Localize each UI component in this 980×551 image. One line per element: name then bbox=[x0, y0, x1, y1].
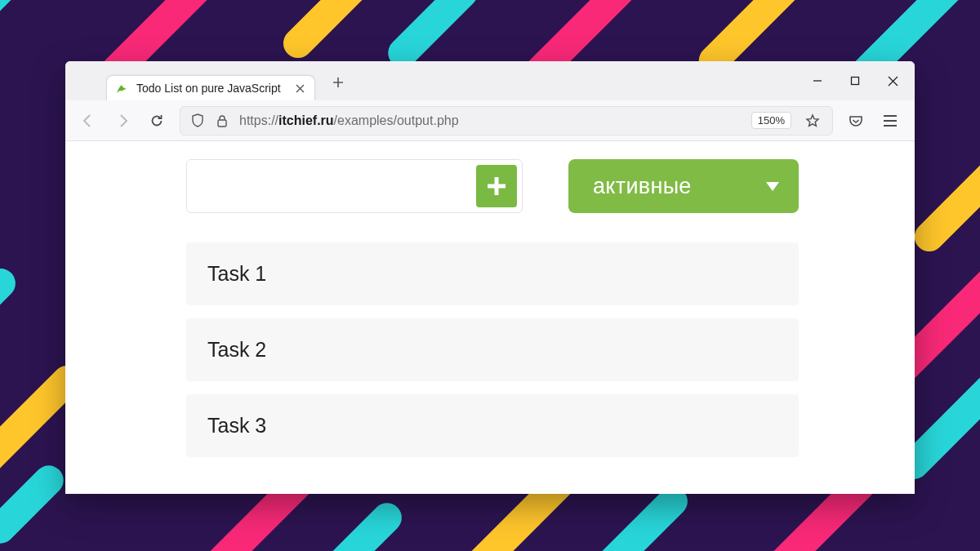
favicon-icon bbox=[115, 82, 128, 95]
todo-app: активные Task 1 Task 2 Task 3 bbox=[186, 159, 799, 457]
nav-back-button[interactable] bbox=[77, 109, 100, 132]
window-close-button[interactable] bbox=[874, 61, 911, 100]
tab-bar: Todo List on pure JavaScript bbox=[65, 61, 915, 100]
pocket-icon[interactable] bbox=[844, 109, 867, 132]
task-label: Task 2 bbox=[207, 338, 266, 361]
tab-active[interactable]: Todo List on pure JavaScript bbox=[106, 75, 315, 100]
task-label: Task 1 bbox=[207, 262, 266, 285]
desktop-background: Todo List on pure JavaScript bbox=[0, 0, 980, 551]
url-host: itchief.ru bbox=[278, 113, 334, 127]
menu-icon[interactable] bbox=[879, 109, 902, 132]
url-prefix: https:// bbox=[239, 113, 278, 127]
task-item[interactable]: Task 3 bbox=[186, 394, 799, 457]
shield-icon bbox=[190, 109, 205, 132]
window-maximize-button[interactable] bbox=[836, 61, 874, 100]
chevron-down-icon bbox=[766, 182, 779, 191]
plus-icon bbox=[484, 174, 509, 198]
new-task-input[interactable] bbox=[187, 160, 471, 211]
url-text: https://itchief.ru/examples/output.php bbox=[239, 113, 742, 128]
svg-rect-1 bbox=[218, 120, 226, 127]
bookmark-star-icon[interactable] bbox=[801, 109, 824, 132]
svg-rect-0 bbox=[852, 78, 859, 85]
task-label: Task 3 bbox=[207, 414, 266, 437]
controls-row: активные bbox=[186, 159, 799, 213]
tab-title: Todo List on pure JavaScript bbox=[136, 82, 281, 95]
new-task-group bbox=[186, 159, 523, 213]
filter-dropdown[interactable]: активные bbox=[568, 159, 799, 213]
task-list: Task 1 Task 2 Task 3 bbox=[186, 242, 799, 457]
lock-icon bbox=[215, 109, 229, 132]
address-bar[interactable]: https://itchief.ru/examples/output.php 1… bbox=[180, 106, 833, 136]
filter-label: активные bbox=[593, 174, 692, 199]
new-tab-button[interactable] bbox=[327, 71, 350, 94]
task-item[interactable]: Task 2 bbox=[186, 318, 799, 381]
window-controls bbox=[799, 61, 911, 100]
zoom-badge[interactable]: 150% bbox=[751, 112, 791, 129]
page-content: активные Task 1 Task 2 Task 3 bbox=[65, 141, 915, 494]
nav-forward-button[interactable] bbox=[111, 109, 134, 132]
task-item[interactable]: Task 1 bbox=[186, 242, 799, 305]
window-minimize-button[interactable] bbox=[799, 61, 836, 100]
browser-toolbar: https://itchief.ru/examples/output.php 1… bbox=[65, 100, 915, 141]
browser-window: Todo List on pure JavaScript bbox=[65, 61, 915, 494]
add-task-button[interactable] bbox=[476, 165, 517, 207]
tab-close-icon[interactable] bbox=[296, 84, 305, 93]
nav-reload-button[interactable] bbox=[145, 109, 168, 132]
url-path: /examples/output.php bbox=[334, 113, 459, 127]
